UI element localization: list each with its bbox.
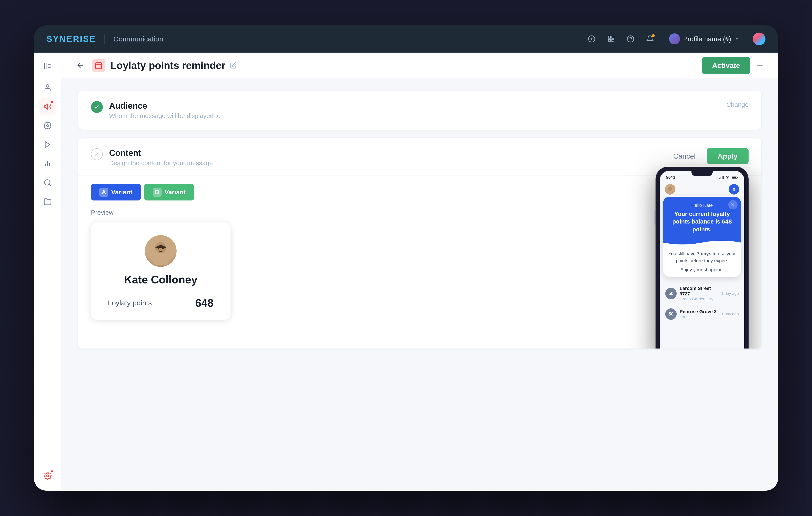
svg-rect-48 [737, 177, 737, 178]
topbar-right: Profile name (#) [586, 31, 765, 47]
svg-point-27 [47, 475, 49, 477]
svg-point-40 [162, 248, 164, 249]
list-avatar-1: 50 [665, 288, 677, 299]
content-section-header: ✓ Content Design the content for your me… [78, 138, 761, 175]
sidebar-item-reports[interactable] [39, 155, 56, 172]
browser-window: SYNERISE Communication [34, 25, 778, 491]
sidebar-toggle-button[interactable] [41, 59, 54, 73]
more-options-button[interactable] [754, 60, 765, 71]
content-subtitle: Design the content for your message [109, 160, 213, 167]
page-header: Loylaty points reminder Activate [61, 53, 778, 78]
campaign-icon [92, 59, 105, 72]
preview-card-inner: Kate Colloney Loylaty points 648 [91, 223, 231, 320]
main-layout: Loylaty points reminder Activate [34, 53, 778, 491]
svg-rect-43 [721, 177, 722, 179]
svg-point-39 [158, 248, 160, 249]
phone-list: 50 Larcom Street 9727 Green Garden City … [660, 280, 744, 348]
apply-button[interactable]: Apply [707, 148, 749, 164]
profile-name: Profile name (#) [683, 35, 731, 43]
modal-body: You still have 7 days to use your points… [663, 246, 741, 277]
variant-b-tab[interactable]: B Variant [144, 184, 194, 200]
list-time-2: 1 day ago [721, 312, 739, 316]
modal-main-text: Your current loyalty points balance is 6… [669, 210, 734, 233]
list-info-2: Penrose Grove 3 Leeds [679, 309, 718, 319]
phone-user-avatar [665, 184, 675, 195]
svg-rect-5 [608, 39, 611, 42]
sidebar-item-customers[interactable] [39, 79, 56, 96]
modal-days: 7 days [697, 251, 712, 256]
content-section: ✓ Content Design the content for your me… [78, 138, 761, 348]
phone-menu-button[interactable]: ≡ [729, 184, 739, 195]
audience-title: Audience [109, 101, 221, 111]
audience-section: ✓ Audience Whom the message will be disp… [78, 91, 761, 130]
preview-card: Kate Colloney Loylaty points 648 [91, 223, 231, 320]
variant-a-tab[interactable]: A Variant [91, 184, 141, 200]
workflow-area: ✓ Audience Whom the message will be disp… [61, 78, 778, 491]
sidebar-item-automation[interactable] [39, 136, 56, 153]
preview-points-row: Loylaty points 648 [104, 296, 218, 309]
cancel-button[interactable]: Cancel [667, 149, 702, 164]
svg-line-26 [49, 184, 51, 186]
sidebar-item-settings[interactable] [39, 467, 56, 484]
content-title: Content [109, 148, 213, 158]
back-button[interactable] [74, 59, 87, 72]
list-sub-2: Leeds [679, 314, 718, 319]
svg-point-35 [761, 65, 762, 66]
content-area: Loylaty points reminder Activate [61, 53, 778, 491]
profile-button[interactable]: Profile name (#) [664, 31, 744, 47]
sidebar-item-assets[interactable] [39, 193, 56, 210]
add-icon[interactable] [586, 33, 597, 45]
variant-b-letter: B [153, 188, 162, 197]
phone-screen: 9:41 [660, 171, 744, 348]
svg-rect-44 [722, 176, 723, 179]
modal-greeting: Hello Kate [669, 203, 734, 208]
svg-point-51 [667, 191, 673, 195]
svg-marker-14 [44, 104, 47, 109]
svg-rect-9 [45, 63, 47, 69]
svg-point-13 [46, 85, 49, 87]
variant-b-label: Variant [165, 189, 186, 196]
list-sub-1: Green Garden City [679, 297, 718, 302]
notification-dot [652, 34, 655, 37]
phone-status-time: 9:41 [666, 175, 675, 180]
help-icon[interactable] [625, 33, 636, 45]
list-name-1: Larcom Street 9727 [679, 286, 718, 297]
phone-header: ≡ [660, 182, 744, 197]
list-avatar-2: 50 [665, 308, 677, 320]
modal-close-button[interactable]: ✕ [728, 200, 737, 209]
list-name-2: Penrose Grove 3 [679, 309, 718, 314]
variant-a-letter: A [99, 188, 108, 197]
audience-info: Audience Whom the message will be displa… [109, 101, 221, 119]
preview-area: Preview [78, 200, 761, 348]
preview-points-value: 648 [195, 296, 213, 309]
svg-rect-49 [732, 177, 736, 178]
svg-point-34 [759, 65, 760, 66]
header-actions: Activate [702, 57, 765, 74]
audience-change-button[interactable]: Change [726, 101, 749, 108]
grid-icon[interactable] [606, 33, 617, 45]
sidebar-item-analytics[interactable] [39, 117, 56, 134]
activate-button[interactable]: Activate [702, 57, 750, 74]
variant-a-label: Variant [111, 189, 133, 196]
phone-modal: ✕ Hello Kate Your current loyalty points… [663, 197, 741, 277]
edit-title-icon[interactable] [229, 61, 238, 70]
svg-point-46 [727, 178, 728, 179]
svg-rect-45 [723, 176, 724, 179]
list-time-1: 1 day ago [721, 291, 739, 296]
list-item: 50 Larcom Street 9727 Green Garden City … [663, 282, 741, 305]
content-actions: Cancel Apply [667, 148, 749, 164]
audience-section-header: ✓ Audience Whom the message will be disp… [91, 101, 749, 119]
phone-status-icons [719, 176, 738, 179]
globe-icon[interactable] [753, 33, 765, 45]
app-section: Communication [113, 35, 163, 43]
modal-blue-section: ✕ Hello Kate Your current loyalty points… [663, 197, 741, 246]
preview-points-label: Loylaty points [108, 299, 152, 307]
audience-check: ✓ [91, 101, 103, 113]
sidebar-item-communication[interactable] [39, 98, 56, 115]
svg-point-37 [152, 255, 169, 265]
svg-rect-4 [612, 36, 614, 38]
sidebar-item-search[interactable] [39, 174, 56, 191]
modal-enjoy-text: Enjoy your shopping! [668, 267, 736, 273]
audience-subtitle: Whom the message will be displayed to [109, 112, 221, 119]
bell-icon[interactable] [644, 33, 656, 45]
